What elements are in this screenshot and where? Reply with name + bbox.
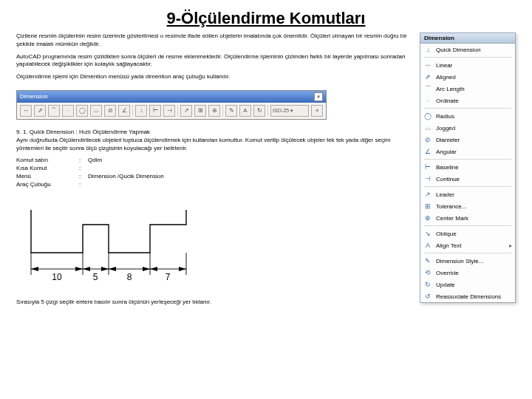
style-dropdown[interactable]: ISO-25 ▾ [270, 105, 309, 117]
menu-item[interactable]: ⌓Jogged [420, 122, 515, 134]
menu-item[interactable]: ⟂Quick Dimension [420, 44, 515, 55]
leader-icon[interactable]: ↗ [180, 105, 192, 117]
radius-icon[interactable]: ◯ [76, 105, 88, 117]
menu-item-label: Tolerance... [436, 203, 512, 210]
kv-row: Menü:Dimension /Qucik Dimension [16, 173, 414, 181]
menu-item-label: Arc Length [436, 86, 512, 92]
menu-item[interactable]: ·Ordinate [420, 95, 515, 106]
arc-icon[interactable]: ⌒ [48, 105, 60, 117]
menu-item[interactable]: ✎Dimension Style... [420, 255, 515, 267]
menu-item-icon: ↗ [423, 190, 433, 199]
menu-item-label: Radius [436, 113, 512, 120]
section-heading: 9. 1. Quick Dimension : Hızlı Ölçülendir… [16, 129, 414, 137]
menu-item[interactable]: AAlign Text▸ [420, 239, 515, 251]
menu-item-label: Baseline [436, 164, 512, 171]
svg-marker-6 [31, 267, 38, 271]
continue-icon[interactable]: ⊣ [163, 105, 175, 117]
angular-icon[interactable]: ∠ [118, 105, 130, 117]
svg-marker-7 [75, 267, 83, 271]
menu-item[interactable]: ↻Update [420, 279, 515, 290]
menu-item-icon: ↔ [423, 61, 433, 69]
menu-item-icon: ⌒ [423, 84, 433, 93]
quick-icon[interactable]: ⟂ [135, 105, 147, 117]
menu-item-icon: ⌓ [423, 123, 433, 132]
menu-item-label: Align Text [436, 242, 506, 249]
menu-item-icon: ⊞ [423, 202, 433, 211]
menu-item-icon: ✎ [423, 256, 433, 265]
kv-row: Araç Çubuğu: [16, 181, 414, 189]
paragraph: Ölçülendirme işlemi için Dimention menüs… [16, 73, 414, 81]
dimension-toolbar[interactable]: Dimension × ↔ ⇗ ⌒ · ◯ ⌓ ⊘ ∠ ⟂ ⊢ ⊣ [16, 90, 327, 120]
dim-text: 7 [166, 272, 171, 282]
menu-item[interactable]: ↺Reassociate Dimensions [420, 290, 515, 302]
menu-item[interactable]: ◯Radius [420, 110, 515, 122]
menu-item-icon: ⇗ [423, 72, 433, 81]
menu-item-label: Jogged [436, 125, 512, 132]
svg-marker-9 [101, 267, 109, 271]
menu-item[interactable]: ⟲Override [420, 267, 515, 279]
svg-marker-11 [143, 267, 150, 271]
menu-item-label: Leader [436, 191, 512, 198]
menu-item[interactable]: ⊢Baseline [420, 161, 515, 173]
menu-item-icon: ↻ [423, 280, 433, 289]
menu-item-label: Dimension Style... [436, 258, 512, 265]
menu-item-label: Override [436, 270, 512, 276]
paragraph: Çizilene resmin ölçülerinin resim üzerin… [16, 33, 414, 49]
style-icon[interactable]: ⌖ [311, 105, 323, 117]
menu-item[interactable]: ⊘Diameter [420, 134, 515, 146]
menu-item[interactable]: ↗Leader [420, 188, 515, 200]
dimension-menu[interactable]: Dimension ⟂Quick Dimension↔Linear⇗Aligne… [420, 33, 516, 303]
menu-item-icon: ⊣ [423, 174, 433, 183]
close-icon[interactable]: × [314, 92, 323, 101]
menu-item[interactable]: ↘Oblique [420, 228, 515, 239]
baseline-icon[interactable]: ⊢ [149, 105, 161, 117]
update-icon[interactable]: ↻ [253, 105, 265, 117]
menu-item[interactable]: ⇗Aligned [420, 71, 515, 83]
svg-marker-12 [150, 267, 157, 271]
jogged-icon[interactable]: ⌓ [90, 105, 102, 117]
menu-item-icon: ∠ [423, 147, 433, 156]
menu-item-icon: ↺ [423, 292, 433, 301]
bottom-note: Sırasıyla 5 çizgi seçilir entere basılır… [16, 299, 414, 307]
menu-item-label: Linear [436, 62, 512, 69]
menu-item-icon: A [423, 241, 433, 250]
menu-item[interactable]: ⊞Tolerance... [420, 200, 515, 212]
section-body: Aynı doğrultuda Ölçülendirilecek objeler… [16, 137, 414, 153]
dimension-figure: 10 5 8 7 [16, 195, 414, 291]
menu-item-icon: ↘ [423, 229, 433, 238]
diameter-icon[interactable]: ⊘ [104, 105, 116, 117]
menu-item-label: Reassociate Dimensions [436, 293, 512, 300]
kv-row: Kısa Komut: [16, 165, 414, 173]
aligned-icon[interactable]: ⇗ [34, 105, 46, 117]
menu-item-icon: ⊕ [423, 214, 433, 222]
menu-item[interactable]: ⊕Center Mark [420, 212, 515, 224]
text-icon[interactable]: A [239, 105, 251, 117]
ordinate-icon[interactable]: · [62, 105, 74, 117]
svg-marker-10 [109, 267, 116, 271]
menu-item-label: Ordinate [436, 98, 512, 104]
toolbar-title: Dimension [20, 93, 48, 101]
linear-icon[interactable]: ↔ [20, 105, 32, 117]
edit-icon[interactable]: ✎ [225, 105, 237, 117]
submenu-arrow-icon: ▸ [509, 242, 512, 249]
menu-item-label: Center Mark [436, 215, 512, 222]
menu-item-label: Angular [436, 149, 512, 155]
menu-item[interactable]: ↔Linear [420, 59, 515, 71]
menu-item-icon: ⊢ [423, 163, 433, 171]
dim-text: 5 [93, 272, 98, 282]
menu-item[interactable]: ⊣Continue [420, 173, 515, 185]
menu-item-label: Diameter [436, 137, 512, 143]
menu-item-label: Update [436, 282, 512, 288]
menu-item[interactable]: ⌒Arc Length [420, 83, 515, 95]
menu-item[interactable]: ∠Angular [420, 146, 515, 157]
dim-text: 10 [52, 272, 62, 282]
menu-item-label: Quick Dimension [436, 47, 512, 53]
menu-item-icon: ⟲ [423, 268, 433, 277]
menu-item-icon: ⟂ [423, 45, 433, 54]
tolerance-icon[interactable]: ⊞ [194, 105, 206, 117]
menu-item-label: Aligned [436, 74, 512, 81]
svg-marker-8 [83, 267, 90, 271]
menu-item-label: Continue [436, 176, 512, 183]
dim-text: 8 [127, 272, 132, 282]
center-icon[interactable]: ⊕ [208, 105, 220, 117]
